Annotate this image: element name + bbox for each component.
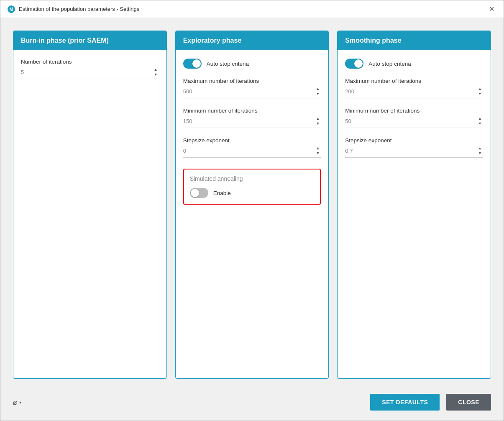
exploratory-min-iter-btns: ▲ ▼ — [315, 116, 321, 126]
smoothing-max-iter-up[interactable]: ▲ — [477, 87, 483, 91]
set-defaults-button[interactable]: SET DEFAULTS — [370, 394, 440, 411]
exploratory-panel: Exploratory phase Auto stop criteria Max… — [175, 31, 329, 379]
smoothing-stepsize-group: Stepsize exponent 0.7 ▲ ▼ — [345, 137, 483, 158]
exploratory-auto-stop-label: Auto stop criteria — [207, 61, 249, 67]
exploratory-stepsize-spinner: 0 ▲ ▼ — [183, 146, 321, 158]
burn-in-iterations-spinner: 5 ▲ ▼ — [21, 67, 159, 79]
window-title: Estimation of the population parameters … — [19, 6, 139, 12]
burn-in-iterations-down[interactable]: ▼ — [153, 72, 159, 77]
smoothing-stepsize-label: Stepsize exponent — [345, 137, 483, 144]
burn-in-iterations-up[interactable]: ▲ — [153, 67, 159, 72]
footer-buttons: SET DEFAULTS CLOSE — [370, 394, 491, 411]
exploratory-min-iter-group: Minimum number of iterations 150 ▲ ▼ — [183, 108, 321, 128]
exploratory-panel-header: Exploratory phase — [176, 31, 329, 50]
exploratory-max-iter-spinner: 500 ▲ ▼ — [183, 87, 321, 98]
settings-window: M Estimation of the population parameter… — [0, 0, 504, 421]
burn-in-iterations-value: 5 — [21, 69, 153, 75]
exploratory-max-iter-up[interactable]: ▲ — [315, 87, 321, 91]
exploratory-stepsize-up[interactable]: ▲ — [315, 146, 321, 151]
smoothing-min-iter-spinner: 50 ▲ ▼ — [345, 116, 483, 128]
smoothing-stepsize-spinner: 0.7 ▲ ▼ — [345, 146, 483, 158]
exploratory-min-iter-spinner: 150 ▲ ▼ — [183, 116, 321, 128]
close-button[interactable]: CLOSE — [446, 394, 491, 411]
smoothing-min-iter-up[interactable]: ▲ — [477, 116, 483, 121]
exploratory-stepsize-label: Stepsize exponent — [183, 137, 321, 144]
exploratory-min-iter-down[interactable]: ▼ — [315, 121, 321, 126]
burn-in-panel: Burn-in phase (prior SAEM) Number of ite… — [13, 31, 167, 379]
exploratory-max-iter-group: Maximum number of iterations 500 ▲ ▼ — [183, 78, 321, 98]
exploratory-stepsize-group: Stepsize exponent 0 ▲ ▼ — [183, 137, 321, 158]
smoothing-max-iter-label: Maximum number of iterations — [345, 78, 483, 84]
smoothing-max-iter-btns: ▲ ▼ — [477, 87, 483, 96]
null-icon: ⌀ — [13, 398, 18, 407]
simulated-annealing-title: Simulated annealing — [190, 175, 315, 182]
smoothing-stepsize-btns: ▲ ▼ — [477, 146, 483, 156]
smoothing-min-iter-label: Minimum number of iterations — [345, 108, 483, 114]
content-area: Burn-in phase (prior SAEM) Number of ite… — [0, 18, 504, 387]
simulated-annealing-toggle-row: Enable — [190, 188, 315, 198]
exploratory-max-iter-down[interactable]: ▼ — [315, 92, 321, 96]
smoothing-min-iter-down[interactable]: ▼ — [477, 121, 483, 126]
smoothing-min-iter-btns: ▲ ▼ — [477, 116, 483, 126]
smoothing-max-iter-down[interactable]: ▼ — [477, 92, 483, 96]
exploratory-max-iter-btns: ▲ ▼ — [315, 87, 321, 96]
footer-dropdown-arrow[interactable]: ▾ — [19, 400, 21, 405]
footer: ⌀ ▾ SET DEFAULTS CLOSE — [0, 387, 504, 421]
burn-in-iterations-label: Number of iterations — [21, 59, 159, 65]
smoothing-panel: Smoothing phase Auto stop criteria Maxim… — [337, 31, 491, 379]
simulated-annealing-toggle[interactable] — [190, 188, 208, 198]
exploratory-auto-stop-row: Auto stop criteria — [183, 59, 321, 69]
simulated-annealing-box: Simulated annealing Enable — [183, 169, 321, 205]
smoothing-panel-body: Auto stop criteria Maximum number of ite… — [338, 50, 491, 378]
smoothing-max-iter-value: 200 — [345, 88, 477, 95]
smoothing-panel-header: Smoothing phase — [338, 31, 491, 50]
burn-in-iterations-spinner-btns: ▲ ▼ — [153, 67, 159, 77]
burn-in-iterations-group: Number of iterations 5 ▲ ▼ — [21, 59, 159, 79]
exploratory-max-iter-label: Maximum number of iterations — [183, 78, 321, 84]
smoothing-auto-stop-row: Auto stop criteria — [345, 59, 483, 69]
app-icon: M — [7, 5, 15, 13]
smoothing-min-iter-value: 50 — [345, 118, 477, 124]
title-bar: M Estimation of the population parameter… — [0, 0, 504, 18]
smoothing-auto-stop-toggle[interactable] — [345, 59, 363, 69]
simulated-annealing-enable-label: Enable — [213, 190, 231, 196]
smoothing-max-iter-group: Maximum number of iterations 200 ▲ ▼ — [345, 78, 483, 98]
exploratory-stepsize-btns: ▲ ▼ — [315, 146, 321, 156]
exploratory-min-iter-label: Minimum number of iterations — [183, 108, 321, 114]
exploratory-stepsize-value: 0 — [183, 148, 315, 154]
burn-in-panel-body: Number of iterations 5 ▲ ▼ — [13, 50, 166, 378]
smoothing-max-iter-spinner: 200 ▲ ▼ — [345, 87, 483, 98]
burn-in-panel-header: Burn-in phase (prior SAEM) — [13, 31, 166, 50]
exploratory-min-iter-up[interactable]: ▲ — [315, 116, 321, 121]
smoothing-stepsize-up[interactable]: ▲ — [477, 146, 483, 151]
smoothing-stepsize-value: 0.7 — [345, 148, 477, 154]
exploratory-panel-body: Auto stop criteria Maximum number of ite… — [176, 50, 329, 378]
exploratory-stepsize-down[interactable]: ▼ — [315, 151, 321, 156]
panels-row: Burn-in phase (prior SAEM) Number of ite… — [13, 31, 491, 379]
exploratory-min-iter-value: 150 — [183, 118, 315, 124]
exploratory-max-iter-value: 500 — [183, 88, 315, 95]
smoothing-min-iter-group: Minimum number of iterations 50 ▲ ▼ — [345, 108, 483, 128]
window-close-button[interactable]: ✕ — [486, 5, 497, 13]
svg-text:M: M — [9, 7, 13, 12]
smoothing-auto-stop-label: Auto stop criteria — [368, 61, 411, 67]
exploratory-auto-stop-toggle[interactable] — [183, 59, 202, 69]
footer-left: ⌀ ▾ — [13, 398, 21, 407]
title-bar-left: M Estimation of the population parameter… — [7, 5, 139, 13]
smoothing-stepsize-down[interactable]: ▼ — [477, 151, 483, 156]
